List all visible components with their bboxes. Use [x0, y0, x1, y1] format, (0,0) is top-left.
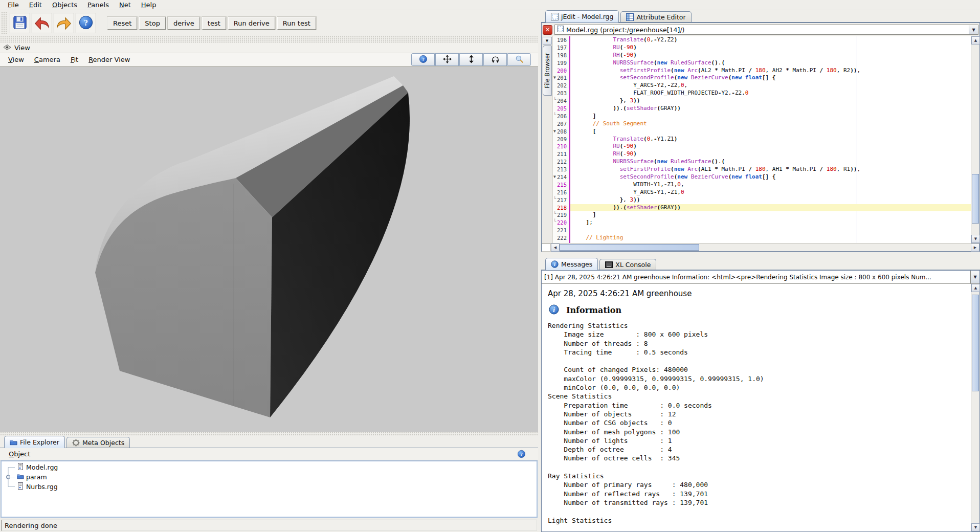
- scroll-up-button[interactable]: ▲: [971, 36, 980, 45]
- view-menu-view[interactable]: View: [3, 55, 29, 64]
- code-area[interactable]: Translate(0,-Y2,Z2) RU(-90) RH(-90) NURB…: [570, 36, 971, 243]
- code-line-206[interactable]: ]: [572, 113, 971, 120]
- tree-item-model-rgg[interactable]: Model.rgg: [4, 462, 537, 472]
- line-number-204[interactable]: └204: [553, 97, 569, 105]
- viewport-move-vertical-icon-button[interactable]: [459, 53, 483, 66]
- line-number-210[interactable]: 210: [553, 143, 569, 150]
- viewport-3d[interactable]: [0, 66, 538, 432]
- toolbar-help-icon-button[interactable]: ?: [76, 13, 96, 33]
- code-line-205[interactable]: )).(setShader(GRAY)): [572, 105, 971, 113]
- menu-panels[interactable]: Panels: [83, 1, 114, 9]
- reset-button[interactable]: Reset: [107, 17, 137, 30]
- derive-button[interactable]: derive: [168, 17, 200, 30]
- viewport-zoom-icon-button[interactable]: [507, 53, 531, 66]
- code-line-212[interactable]: NURBSSurface(new RuledSurface().(: [572, 158, 971, 166]
- view-menu-camera[interactable]: Camera: [29, 55, 65, 64]
- line-number-217[interactable]: └217: [553, 196, 569, 204]
- code-line-210[interactable]: RU(-90): [572, 143, 971, 150]
- line-number-213[interactable]: 213: [553, 166, 569, 173]
- code-line-200[interactable]: setFirstProfile(new Arc(AL2 * Math.PI / …: [572, 67, 971, 75]
- code-line-220[interactable]: ];: [572, 219, 971, 227]
- code-line-216[interactable]: Y_ARCS-Y1,-Z1,0: [572, 189, 971, 196]
- messages-vertical-scrollbar[interactable]: ▲ ▼: [971, 284, 979, 531]
- line-number-215[interactable]: 215: [553, 181, 569, 189]
- run-test-button[interactable]: Run test: [277, 17, 316, 30]
- dock-tab-file-browser[interactable]: File Browser: [543, 46, 552, 96]
- menu-objects[interactable]: Objects: [48, 1, 82, 9]
- fold-marker[interactable]: ▼: [553, 74, 556, 82]
- line-number-200[interactable]: 200: [553, 67, 569, 75]
- code-line-215[interactable]: WIDTH-Y1,-Z1,0,: [572, 181, 971, 189]
- line-number-201[interactable]: ▼201: [553, 74, 569, 82]
- editor-tab-jedit-model-rgg[interactable]: jEdit - Model.rgg: [545, 10, 619, 23]
- tree-item-nurbs-rgg[interactable]: Nurbs.rgg: [4, 482, 537, 492]
- viewport-rotate-icon-button[interactable]: [483, 53, 507, 66]
- scroll-down-button[interactable]: ▼: [971, 523, 980, 531]
- line-number-222[interactable]: 222: [553, 234, 569, 242]
- explorer-tab-meta-objects[interactable]: Meta Objects: [66, 437, 130, 448]
- buffer-selector[interactable]: Model.rgg (project:/greenhouse[14]/) ▼: [554, 25, 978, 35]
- buffer-selector-arrow[interactable]: ▼: [969, 25, 978, 34]
- code-line-202[interactable]: Y_ARCS-Y2,-Z2,0,: [572, 82, 971, 90]
- toolbar-redo-icon-button[interactable]: [54, 13, 74, 33]
- code-line-221[interactable]: [572, 227, 971, 234]
- messages-tab-messages[interactable]: i Messages: [545, 258, 598, 270]
- code-line-208[interactable]: [: [572, 128, 971, 136]
- scroll-down-button[interactable]: ▼: [971, 235, 980, 243]
- message-list-row[interactable]: [1] Apr 28, 2025 4:26:21 AM greenhouse I…: [542, 271, 979, 284]
- fold-marker[interactable]: ▼: [553, 128, 556, 136]
- toolbar-save-icon-button[interactable]: [10, 13, 30, 33]
- scroll-up-button[interactable]: ▲: [971, 284, 980, 292]
- line-number-197[interactable]: 197: [553, 44, 569, 52]
- line-number-198[interactable]: 198: [553, 52, 569, 59]
- menu-edit[interactable]: Edit: [25, 1, 47, 9]
- editor-tab-attribute-editor[interactable]: Attribute Editor: [620, 11, 691, 23]
- code-line-217[interactable]: }, 3)): [572, 196, 971, 204]
- stop-button[interactable]: Stop: [139, 17, 166, 30]
- viewport-move-icon-button[interactable]: [435, 53, 459, 66]
- close-buffer-button[interactable]: ✕: [543, 25, 552, 35]
- menu-net[interactable]: Net: [115, 1, 136, 9]
- menu-object[interactable]: Object: [4, 450, 35, 458]
- code-line-219[interactable]: ]: [572, 211, 971, 219]
- code-line-222[interactable]: // Lighting: [572, 234, 971, 242]
- toolbar-grip[interactable]: [1, 12, 7, 34]
- code-line-218[interactable]: )).(setShader(GRAY)): [570, 204, 971, 212]
- code-line-211[interactable]: RH(-90): [572, 150, 971, 158]
- run-derive-button[interactable]: Run derive: [228, 17, 275, 30]
- code-line-213[interactable]: setFirstProfile(new Arc(AL1 * Math.PI / …: [572, 166, 971, 173]
- line-number-206[interactable]: └206: [553, 113, 569, 120]
- line-number-214[interactable]: ▼214: [553, 173, 569, 181]
- line-number-211[interactable]: 211: [553, 150, 569, 158]
- messages-vscroll-thumb[interactable]: [972, 295, 979, 392]
- message-list-dropdown-arrow[interactable]: ▼: [970, 271, 979, 283]
- code-line-201[interactable]: setSecondProfile(new BezierCurve(new flo…: [572, 74, 971, 82]
- scroll-right-button[interactable]: ▶: [971, 243, 979, 252]
- editor-vscroll-thumb[interactable]: [972, 174, 979, 224]
- menu-file[interactable]: File: [3, 1, 24, 9]
- code-line-214[interactable]: setSecondProfile(new BezierCurve(new flo…: [572, 173, 971, 181]
- tree-item-param[interactable]: param: [4, 472, 537, 482]
- code-line-196[interactable]: Translate(0,-Y2,Z2): [572, 36, 971, 44]
- line-number-199[interactable]: 199: [553, 59, 569, 67]
- code-line-198[interactable]: RH(-90): [572, 52, 971, 59]
- line-number-202[interactable]: 202: [553, 82, 569, 90]
- editor-horizontal-scrollbar[interactable]: ◀ ▶: [542, 243, 979, 251]
- viewport-help-icon-button[interactable]: ?: [411, 53, 435, 66]
- code-line-197[interactable]: RU(-90): [572, 44, 971, 52]
- help-icon[interactable]: ?: [517, 450, 526, 458]
- code-line-209[interactable]: Translate(0,-Y1,Z1): [572, 136, 971, 143]
- panel-drag-strip-bottom[interactable]: [0, 432, 538, 436]
- scroll-left-button[interactable]: ◀: [551, 243, 560, 252]
- view-menu-render-view[interactable]: Render View: [83, 55, 135, 64]
- line-number-196[interactable]: 196: [553, 36, 569, 44]
- menu-help[interactable]: Help: [137, 1, 161, 9]
- line-number-207[interactable]: 207: [553, 120, 569, 128]
- line-number-209[interactable]: 209: [553, 136, 569, 143]
- panel-drag-strip[interactable]: [0, 36, 538, 43]
- explorer-tab-file-explorer[interactable]: File Explorer: [4, 436, 65, 448]
- line-number-212[interactable]: 212: [553, 158, 569, 166]
- fold-marker[interactable]: ▼: [553, 173, 556, 181]
- messages-tab-xl-console[interactable]: XL Console: [599, 259, 656, 270]
- code-line-199[interactable]: NURBSSurface(new RuledSurface().(: [572, 59, 971, 67]
